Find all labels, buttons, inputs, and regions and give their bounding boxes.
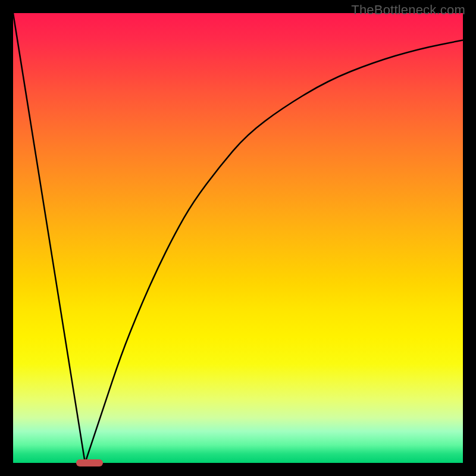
- bottleneck-marker: [76, 459, 103, 466]
- right-curve: [85, 40, 463, 463]
- watermark-text: TheBottleneck.com: [351, 2, 465, 18]
- plot-area: [13, 13, 463, 463]
- chart-curves: [13, 13, 463, 463]
- left-line: [13, 13, 85, 463]
- chart-container: TheBottleneck.com: [0, 0, 476, 476]
